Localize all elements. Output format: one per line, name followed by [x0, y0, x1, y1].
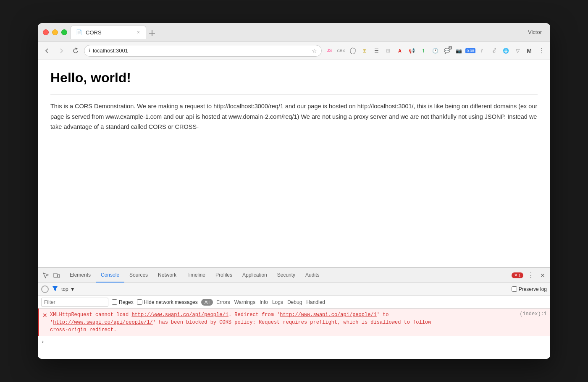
feedly-icon[interactable]: f	[418, 46, 428, 56]
tab-console[interactable]: Console	[96, 268, 124, 283]
inspect-element-icon[interactable]	[41, 271, 50, 280]
error-url1[interactable]: http://www.swapi.co/api/people/1	[131, 312, 228, 318]
tab-security[interactable]: Security	[272, 268, 300, 283]
globe-icon[interactable]: 🌐	[501, 46, 511, 56]
info-filter[interactable]: Info	[260, 299, 268, 305]
logs-filter[interactable]: Logs	[272, 299, 283, 305]
console-caret-icon: ›	[41, 339, 45, 345]
handled-filter[interactable]: Handled	[306, 299, 325, 305]
m-icon[interactable]: M	[524, 46, 534, 56]
filter-levels: Errors Warnings Info Logs Debug Handled	[216, 299, 325, 305]
regex-checkbox[interactable]	[112, 299, 117, 305]
warnings-filter[interactable]: Warnings	[234, 299, 255, 305]
error-url2[interactable]: http://www.swapi.co/api/people/1	[280, 312, 376, 318]
tab-network[interactable]: Network	[153, 268, 181, 283]
debug-filter[interactable]: Debug	[287, 299, 302, 305]
preserve-log-checkbox[interactable]	[512, 286, 517, 292]
preserve-log-checkbox-area: Preserve log	[512, 286, 547, 292]
tab-close-button[interactable]: ×	[136, 29, 141, 36]
grid-icon[interactable]: ⊞	[383, 46, 393, 56]
all-filter-button[interactable]: All	[201, 299, 213, 306]
maximize-button[interactable]	[61, 29, 67, 35]
camera-icon[interactable]: 📷	[454, 46, 464, 56]
tab-label: CORS	[86, 29, 133, 36]
tab-area: 📄 CORS ×	[67, 26, 528, 39]
megaphone-icon[interactable]: 📢	[407, 46, 417, 56]
address-bar[interactable]: ℹ localhost:3001 ☆	[84, 45, 322, 57]
filter-bar: Regex Hide network messages All Errors W…	[38, 296, 550, 309]
devtools-tab-bar: Elements Console Sources Network Timelin…	[38, 268, 550, 283]
chrome-menu-button[interactable]: ⋮	[537, 46, 547, 56]
title-bar: 📄 CORS × Victor	[38, 23, 550, 42]
console-error-location[interactable]: (index):1	[520, 311, 547, 317]
errors-filter[interactable]: Errors	[216, 299, 230, 305]
console-filter-input[interactable]	[41, 298, 108, 307]
devtools-close-button[interactable]: ✕	[538, 270, 547, 280]
crx-icon[interactable]: CRX	[336, 46, 346, 56]
tab-page-icon: 📄	[76, 29, 82, 35]
page-content: Hello, world! This is a CORS Demonstrati…	[38, 60, 550, 267]
toolbar-icons: JS CRX ⊞ ☰ ⊞ A 📢 f 🕐 💬 3 📷 0.08 r ℰ 🌐 ▽	[324, 46, 534, 56]
console-filter-icon[interactable]	[52, 285, 58, 293]
error-url3[interactable]: http://www.swapi.co/api/people/1/	[53, 319, 153, 325]
svg-marker-2	[76, 47, 78, 50]
minimize-button[interactable]	[52, 29, 58, 35]
shield-icon[interactable]	[348, 46, 358, 56]
device-toolbar-icon[interactable]	[52, 271, 61, 280]
address-text: localhost:3001	[93, 47, 309, 54]
console-prompt[interactable]: ›	[38, 336, 550, 348]
console-error-icon: ✕	[42, 312, 47, 319]
svg-rect-3	[54, 273, 57, 277]
r-icon[interactable]: r	[477, 46, 487, 56]
devtools-more-button[interactable]: ⋮	[526, 269, 536, 281]
console-error-row: ✕ XMLHttpRequest cannot load http://www.…	[38, 309, 550, 336]
page-divider	[50, 94, 538, 94]
v-icon[interactable]: ▽	[512, 46, 522, 56]
console-context-select[interactable]: top ▼	[61, 286, 75, 292]
regex-checkbox-label: Regex	[112, 299, 134, 305]
ruler-icon[interactable]: ⊞	[360, 46, 370, 56]
traffic-lights	[43, 29, 67, 35]
bookmark-manager-icon[interactable]: ☰	[371, 46, 381, 56]
console-clear-button[interactable]	[41, 285, 49, 293]
new-tab-button[interactable]	[146, 27, 158, 39]
tab-sources[interactable]: Sources	[124, 268, 153, 283]
close-button[interactable]	[43, 29, 49, 35]
error-count-badge: ✕ 1	[512, 272, 523, 278]
devtools-left-icons	[41, 271, 61, 280]
tab-timeline[interactable]: Timeline	[181, 268, 210, 283]
console-output: ✕ XMLHttpRequest cannot load http://www.…	[38, 309, 550, 359]
tab-application[interactable]: Application	[237, 268, 272, 283]
error-to-word: to	[383, 312, 388, 318]
devtools-panel: Elements Console Sources Network Timelin…	[38, 267, 550, 359]
devtools-tab-right: ✕ 1 ⋮ ✕	[512, 269, 547, 281]
e-icon[interactable]: ℰ	[489, 46, 499, 56]
angular-icon[interactable]: A	[395, 46, 405, 56]
tab-profiles[interactable]: Profiles	[210, 268, 237, 283]
svg-rect-4	[58, 275, 60, 277]
browser-window: 📄 CORS × Victor ℹ localhost:3001 ☆ JS	[38, 23, 550, 359]
console-error-text: XMLHttpRequest cannot load http://www.sw…	[50, 311, 517, 334]
tab-audits[interactable]: Audits	[300, 268, 324, 283]
secure-icon: ℹ	[89, 48, 90, 53]
user-name: Victor	[528, 29, 545, 35]
js-icon[interactable]: JS	[324, 46, 334, 56]
preserve-log-label: Preserve log	[519, 286, 547, 292]
special-icon[interactable]: 0.08	[465, 46, 475, 56]
clock-icon[interactable]: 🕐	[430, 46, 440, 56]
back-button[interactable]	[41, 45, 53, 57]
console-toolbar: top ▼ Preserve log	[38, 283, 550, 296]
svg-rect-1	[152, 30, 152, 36]
reload-button[interactable]	[70, 45, 81, 57]
bookmark-icon[interactable]: ☆	[312, 47, 317, 54]
tab-elements[interactable]: Elements	[65, 268, 96, 283]
hide-network-checkbox-label: Hide network messages	[137, 299, 198, 305]
browser-tab[interactable]: 📄 CORS ×	[71, 26, 146, 39]
forward-button[interactable]	[55, 45, 67, 57]
nav-bar: ℹ localhost:3001 ☆ JS CRX ⊞ ☰ ⊞ A 📢 f 🕐 …	[38, 42, 550, 60]
bubble-icon[interactable]: 💬 3	[442, 46, 452, 56]
page-heading: Hello, world!	[50, 70, 538, 86]
hide-network-checkbox[interactable]	[137, 299, 142, 305]
page-body-text: This is a CORS Demonstration. We are mak…	[50, 101, 538, 132]
